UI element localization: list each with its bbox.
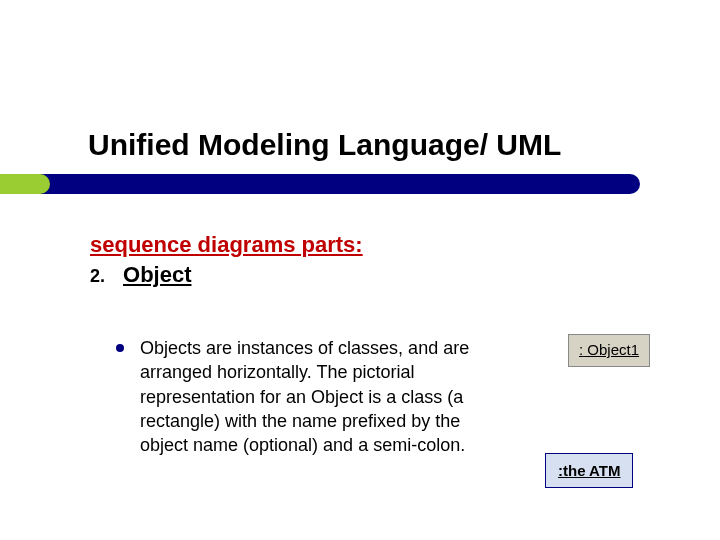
item-label: Object: [123, 262, 191, 287]
section-heading: sequence diagrams parts:: [90, 232, 363, 258]
bullet-icon: [116, 344, 124, 352]
item-number: 2.: [90, 266, 105, 286]
uml-object-box-atm: :the ATM: [545, 453, 633, 488]
slide-title: Unified Modeling Language/ UML: [88, 128, 561, 162]
object-name-placeholder: Object1: [583, 341, 639, 358]
numbered-item: 2.Object: [90, 262, 191, 288]
body-paragraph: Objects are instances of classes, and ar…: [140, 336, 492, 457]
title-underline-bar: [0, 174, 640, 194]
uml-object-box-generic: : Object1: [568, 334, 650, 367]
